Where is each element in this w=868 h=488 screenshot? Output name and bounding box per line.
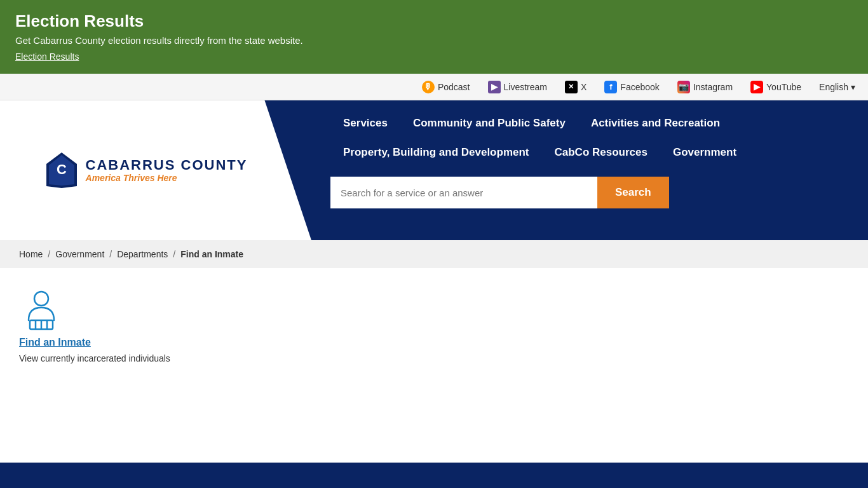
social-podcast[interactable]: 🎙 Podcast bbox=[413, 81, 479, 93]
banner-title: Election Results bbox=[15, 11, 853, 31]
nav-row-1: Services Community and Public Safety Act… bbox=[330, 112, 855, 135]
x-label: X bbox=[581, 82, 587, 92]
language-label: English bbox=[819, 82, 848, 92]
breadcrumb: Home / Government / Departments / Find a… bbox=[0, 240, 868, 268]
header-nav: C CABARRUS COUNTY America Thrives Here S… bbox=[0, 100, 868, 240]
nav-activities[interactable]: Activities and Recreation bbox=[578, 112, 733, 135]
logo-tagline: America Thrives Here bbox=[86, 173, 248, 183]
footer bbox=[0, 463, 868, 488]
logo-diamond-icon: C bbox=[45, 151, 78, 189]
inmate-section: Find an Inmate View currently incarcerat… bbox=[19, 287, 849, 363]
instagram-icon: 📷 bbox=[677, 81, 690, 93]
social-instagram[interactable]: 📷 Instagram bbox=[668, 81, 742, 93]
breadcrumb-sep-1: / bbox=[48, 249, 50, 259]
nav-community[interactable]: Community and Public Safety bbox=[400, 112, 578, 135]
election-banner: Election Results Get Cabarrus County ele… bbox=[0, 0, 868, 74]
nav-cabco[interactable]: CabCo Resources bbox=[542, 141, 660, 164]
livestream-label: Livestream bbox=[504, 82, 547, 92]
youtube-icon: ▶ bbox=[750, 81, 763, 93]
social-x[interactable]: ✕ X bbox=[556, 81, 595, 93]
logo-name: CABARRUS COUNTY bbox=[86, 158, 248, 173]
social-livestream[interactable]: ▶ Livestream bbox=[479, 81, 556, 93]
breadcrumb-sep-3: / bbox=[173, 249, 175, 259]
instagram-label: Instagram bbox=[693, 82, 733, 92]
breadcrumb-departments[interactable]: Departments bbox=[117, 249, 168, 259]
nav-property[interactable]: Property, Building and Development bbox=[330, 141, 542, 164]
inmate-description: View currently incarcerated individuals bbox=[19, 353, 170, 363]
social-bar: 🎙 Podcast ▶ Livestream ✕ X f Facebook 📷 … bbox=[0, 74, 868, 100]
youtube-label: YouTube bbox=[766, 82, 801, 92]
x-icon: ✕ bbox=[565, 81, 578, 93]
social-youtube[interactable]: ▶ YouTube bbox=[742, 81, 810, 93]
search-button[interactable]: Search bbox=[597, 177, 669, 208]
livestream-icon: ▶ bbox=[488, 81, 501, 93]
svg-point-3 bbox=[34, 292, 48, 306]
svg-text:C: C bbox=[57, 161, 67, 177]
nav-area: Services Community and Public Safety Act… bbox=[311, 100, 868, 240]
language-selector[interactable]: English ▾ bbox=[810, 82, 855, 92]
banner-link[interactable]: Election Results bbox=[15, 51, 79, 62]
facebook-label: Facebook bbox=[620, 82, 659, 92]
breadcrumb-home[interactable]: Home bbox=[19, 249, 43, 259]
social-facebook[interactable]: f Facebook bbox=[595, 81, 668, 93]
search-input[interactable] bbox=[330, 177, 597, 208]
podcast-icon: 🎙 bbox=[422, 81, 435, 93]
nav-services[interactable]: Services bbox=[330, 112, 400, 135]
breadcrumb-current: Find an Inmate bbox=[180, 249, 243, 259]
main-content: Find an Inmate View currently incarcerat… bbox=[0, 268, 868, 383]
inmate-link[interactable]: Find an Inmate bbox=[19, 337, 91, 348]
breadcrumb-sep-2: / bbox=[109, 249, 112, 259]
nav-row-2: Property, Building and Development CabCo… bbox=[330, 141, 855, 164]
search-row: Search bbox=[330, 177, 855, 208]
podcast-label: Podcast bbox=[438, 82, 470, 92]
breadcrumb-government[interactable]: Government bbox=[55, 249, 104, 259]
facebook-icon: f bbox=[604, 81, 617, 93]
chevron-down-icon: ▾ bbox=[851, 82, 855, 92]
nav-government[interactable]: Government bbox=[660, 141, 749, 164]
logo-area: C CABARRUS COUNTY America Thrives Here bbox=[0, 100, 311, 240]
banner-description: Get Cabarrus County election results dir… bbox=[15, 35, 853, 46]
inmate-icon bbox=[19, 287, 64, 332]
